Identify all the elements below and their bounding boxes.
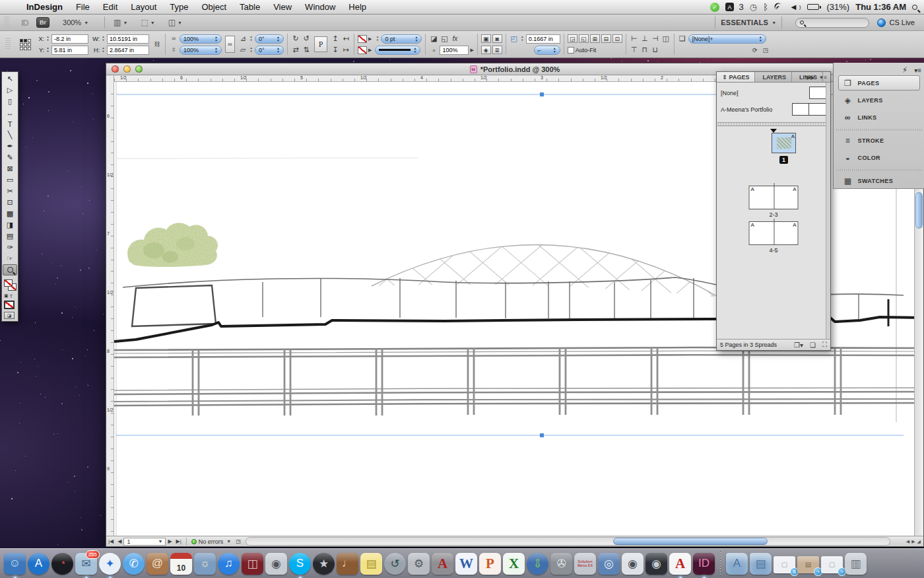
flip-vertical-icon[interactable]: ⇅ (302, 46, 311, 54)
gap-tool[interactable]: ↔ (3, 107, 17, 118)
opacity-field[interactable] (440, 46, 469, 55)
stickies[interactable]: ▤ (360, 553, 382, 575)
menu-item[interactable]: View (267, 2, 298, 12)
gradient-tool[interactable]: ▩ (3, 208, 17, 219)
menu-item[interactable]: Object (195, 2, 234, 12)
indesign[interactable]: ID (693, 553, 715, 575)
scale-x-field[interactable]: 100%▲▼ (180, 34, 222, 44)
camera-app[interactable]: ◉ (645, 553, 667, 575)
LINKS[interactable]: ∞ LINKS (838, 110, 920, 125)
direct-selection-tool[interactable]: ▷ (3, 85, 17, 96)
reference-point-proxy[interactable] (20, 39, 31, 50)
time-machine-menu-icon[interactable]: ◷ (750, 2, 757, 12)
spread-4-5-item[interactable]: AA 4-5 (749, 221, 799, 254)
master-a-thumbnail[interactable] (792, 103, 826, 116)
wrap-none-icon[interactable]: ▣ (481, 34, 491, 43)
select-previous-object-icon[interactable]: ↤ (341, 34, 350, 43)
stroke-color-swatch[interactable] (358, 35, 367, 43)
panel-collapse-icon[interactable]: ▶▶ (807, 75, 814, 81)
quick-apply-lightning-icon[interactable]: ⚡ (902, 65, 908, 75)
menu-item[interactable]: Layout (124, 2, 163, 12)
x-position-field[interactable] (51, 34, 88, 44)
rotate-cw-icon[interactable]: ↻ (291, 34, 300, 43)
fill-color-swatch[interactable] (358, 46, 367, 54)
stroke-color-arrow[interactable]: ▶ (368, 36, 372, 42)
finder[interactable]: ☺ (4, 553, 26, 575)
cs-live-button[interactable]: CS Live (877, 18, 915, 27)
stroke-style-dropdown[interactable]: ▲▼ (375, 46, 420, 55)
select-next-object-icon[interactable]: ↦ (341, 46, 350, 54)
web-downloader[interactable]: ⇩ (527, 553, 548, 575)
bluetooth-icon[interactable]: ᛒ (763, 2, 768, 12)
STROKE[interactable]: ≡ STROKE (838, 133, 920, 148)
first-page-button[interactable]: |◀ (106, 538, 116, 544)
battery-icon[interactable] (807, 4, 821, 10)
horizontal-scrollbar[interactable] (246, 537, 890, 546)
new-page-icon[interactable]: ❏ (810, 342, 816, 349)
excel[interactable]: X (503, 553, 525, 575)
minimized-window-skype[interactable]: ▢ S (774, 556, 795, 573)
screen-mode-dropdown[interactable]: ⬚▼ (137, 17, 158, 28)
fit-content-to-frame-icon[interactable]: ⊟ (601, 34, 611, 43)
scroll-right-button[interactable]: ▶ (911, 539, 915, 544)
mail[interactable]: ✉ 255 (75, 553, 97, 575)
wrap-jump-icon[interactable]: ≣ (492, 46, 502, 54)
master-none-thumbnail[interactable] (809, 87, 826, 99)
powerpoint[interactable]: P (479, 553, 501, 575)
fit-content-proportionally-icon[interactable]: ◱ (579, 34, 589, 43)
last-page-button[interactable]: ▶| (174, 538, 183, 544)
spotlight-icon[interactable] (912, 5, 917, 10)
page-1-item[interactable]: A 1 (772, 133, 796, 164)
line-tool[interactable]: ╲ (3, 129, 17, 141)
height-field[interactable] (107, 46, 149, 55)
menu-item[interactable]: Window (298, 2, 342, 12)
safari[interactable]: ✦ (99, 553, 121, 575)
formatting-affects-container-icon[interactable]: ▣ (4, 293, 9, 299)
frame-tool[interactable]: ⊠ (3, 163, 17, 174)
stroke-weight-field[interactable]: 0 pt▲▼ (381, 34, 422, 44)
spread-2-3-thumbnail[interactable]: AA (749, 186, 799, 209)
time-machine[interactable]: ↺ (384, 553, 406, 575)
menu-item[interactable]: File (69, 2, 96, 12)
width-field[interactable] (107, 34, 149, 44)
object-style-dropdown[interactable]: [None]+▲▼ (688, 34, 766, 44)
page-tool[interactable]: ▯ (3, 96, 17, 107)
solution-menu-ex[interactable]: Solution Menu EX (574, 553, 596, 575)
menu-item[interactable]: Help (342, 2, 373, 12)
PAGES[interactable]: ❐ PAGES (838, 75, 920, 90)
scissors-tool[interactable]: ✂ (3, 186, 17, 197)
vertical-scroll-thumb[interactable] (915, 192, 923, 229)
apply-none-button[interactable]: ◪ (4, 312, 15, 319)
wifi-icon[interactable] (774, 4, 783, 11)
edit-page-size-icon[interactable]: ❐▾ (794, 342, 803, 349)
spread-2-3-item[interactable]: AA 2-3 (749, 186, 799, 218)
iphoto[interactable]: ☼ (194, 553, 216, 575)
align-middle-icon[interactable]: ⊓ (640, 46, 649, 54)
LAYERS[interactable]: ◈ LAYERS (838, 92, 920, 108)
search-field[interactable] (795, 18, 869, 28)
constrain-proportions-icon[interactable]: ⛓ (152, 41, 162, 48)
SWATCHES[interactable]: ▦ SWATCHES (838, 173, 920, 188)
search-input[interactable] (807, 19, 859, 26)
address-book[interactable]: @ (147, 553, 168, 575)
gradient-feather-tool[interactable]: ◨ (3, 219, 17, 231)
dashboard[interactable]: ◔ (51, 553, 73, 575)
link-scale-icon[interactable]: ∞ (225, 36, 235, 53)
autofit-checkbox[interactable] (568, 47, 574, 54)
distribute-icon[interactable]: ◫ (661, 34, 671, 43)
fit-frame-to-content-icon[interactable]: ⊞ (590, 34, 600, 43)
system-preferences[interactable]: ⚙ (408, 553, 430, 575)
delete-page-icon[interactable]: ⛶ (822, 341, 827, 349)
preflight-menu-arrow[interactable]: ▼ (226, 539, 231, 544)
fill-color-arrow[interactable]: ▶ (368, 48, 372, 53)
align-bottom-icon[interactable]: ⊔ (651, 46, 660, 54)
trash[interactable]: ▥ (845, 553, 867, 575)
horizontal-scroll-thumb[interactable] (613, 538, 768, 545)
formatting-affects-text-icon[interactable]: T (10, 294, 13, 299)
opacity-arrow[interactable]: ▶ (470, 48, 473, 53)
pen-tool[interactable]: ✒ (3, 141, 17, 152)
center-content-icon[interactable]: ⊡ (612, 34, 622, 43)
scroll-left-button[interactable]: ◀ (906, 539, 909, 544)
ical[interactable]: 10 (170, 553, 192, 575)
menu-item[interactable]: Edit (96, 2, 124, 12)
